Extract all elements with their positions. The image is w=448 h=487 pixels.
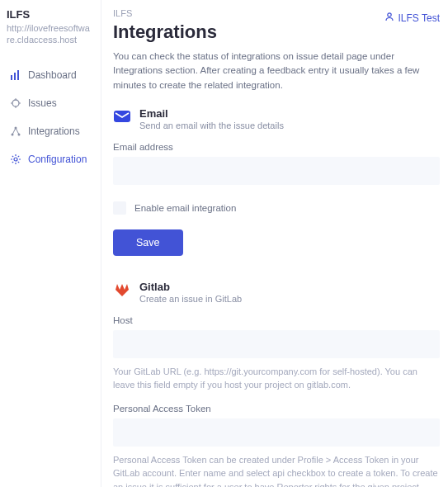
gitlab-host-input[interactable] (113, 330, 440, 358)
gitlab-subtitle: Create an issue in GitLab (139, 294, 242, 304)
page-description: You can check the status of integrations… (113, 50, 440, 92)
gitlab-icon (113, 281, 131, 299)
email-section-head: Email Send an email with the issue detai… (113, 107, 440, 130)
email-input[interactable] (113, 157, 440, 185)
email-enable-checkbox[interactable] (113, 201, 126, 215)
sidebar-item-issues[interactable]: Issues (7, 89, 92, 117)
svg-point-13 (14, 158, 17, 161)
bug-icon (10, 97, 21, 109)
mail-icon (113, 107, 131, 125)
svg-rect-2 (17, 70, 19, 80)
sidebar-title: ILFS (7, 8, 92, 21)
sidebar-subtitle: http://ilovefreesoftware.cldaccess.host (7, 22, 92, 46)
gear-icon (10, 154, 21, 165)
email-enable-label: Enable email integration (134, 203, 236, 213)
nodes-icon (10, 125, 21, 137)
gitlab-token-input[interactable] (113, 418, 440, 447)
main-content: ILFS Integrations ILFS Test You can chec… (101, 0, 448, 487)
svg-rect-1 (14, 73, 16, 80)
svg-rect-0 (11, 75, 12, 80)
email-field-label: Email address (113, 142, 440, 152)
sidebar: ILFS http://ilovefreesoftware.cldaccess.… (0, 0, 101, 487)
sidebar-item-configuration[interactable]: Configuration (7, 145, 92, 173)
gitlab-token-help: Personal Access Token can be created und… (113, 453, 440, 487)
sidebar-item-integrations[interactable]: Integrations (7, 117, 92, 145)
save-button[interactable]: Save (113, 229, 183, 256)
sidebar-item-label: Configuration (28, 154, 87, 165)
svg-point-14 (387, 13, 390, 17)
sidebar-item-label: Dashboard (28, 69, 77, 81)
bars-icon (10, 69, 21, 81)
user-icon (384, 12, 394, 24)
user-label: ILFS Test (398, 12, 440, 24)
sidebar-item-label: Integrations (28, 125, 80, 137)
user-link[interactable]: ILFS Test (384, 12, 440, 24)
gitlab-host-help: Your GitLab URL (e.g. https://git.yourco… (113, 365, 440, 392)
sidebar-item-label: Issues (28, 97, 57, 109)
gitlab-host-label: Host (113, 315, 440, 325)
topbar: ILFS Integrations ILFS Test (113, 8, 440, 50)
gitlab-section: Gitlab Create an issue in GitLab Host Yo… (113, 281, 440, 487)
svg-rect-15 (114, 111, 130, 122)
email-title: Email (139, 107, 284, 120)
sidebar-item-dashboard[interactable]: Dashboard (7, 61, 92, 89)
svg-point-3 (12, 100, 19, 106)
gitlab-title: Gitlab (139, 281, 242, 293)
email-enable-row: Enable email integration (113, 201, 440, 215)
email-section: Email Send an email with the issue detai… (113, 107, 440, 256)
gitlab-token-label: Personal Access Token (113, 404, 440, 414)
gitlab-section-head: Gitlab Create an issue in GitLab (113, 281, 440, 304)
svg-line-11 (12, 128, 16, 135)
page-title: Integrations (113, 21, 217, 43)
svg-line-12 (16, 128, 19, 135)
breadcrumb: ILFS (113, 8, 217, 18)
email-subtitle: Send an email with the issue details (139, 121, 284, 130)
